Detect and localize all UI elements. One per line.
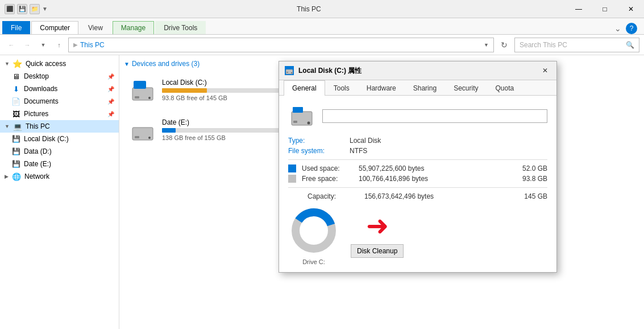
expand-arrow-network[interactable]: ▶ — [5, 174, 9, 179]
tab-view[interactable]: View — [80, 21, 111, 34]
local-disk-c-label: Local Disk (C:) — [24, 135, 114, 143]
dialog-tab-hardware[interactable]: Hardware — [358, 80, 405, 96]
used-size: 52.0 GB — [513, 164, 547, 172]
dialog-tab-general[interactable]: General — [284, 80, 325, 96]
pin-icon-pictures: 📌 — [107, 111, 114, 117]
search-placeholder: Search This PC — [520, 41, 567, 49]
svg-rect-14 — [288, 164, 296, 172]
quick-access-icon[interactable]: ⬛ — [5, 4, 15, 14]
sidebar-item-documents[interactable]: 📄 Documents 📌 — [0, 95, 119, 108]
dialog-tab-tools[interactable]: Tools — [325, 80, 358, 96]
dialog-close-button[interactable]: ✕ — [539, 65, 551, 76]
tab-file[interactable]: File — [2, 21, 30, 34]
close-button[interactable]: ✕ — [618, 0, 644, 18]
type-label: Type: — [288, 137, 345, 145]
section-expand-icon[interactable]: ▼ — [124, 61, 130, 67]
dropdown-arrow[interactable]: ▼ — [42, 6, 48, 12]
sidebar-item-quick-access[interactable]: ▼ ⭐ Quick access — [0, 57, 119, 70]
pictures-label: Pictures — [24, 110, 104, 118]
svg-rect-8 — [286, 72, 288, 73]
free-bytes: 100,766,416,896 bytes — [359, 175, 508, 183]
dialog-titlebar: Local Disk (C:) 属性 ✕ — [279, 61, 556, 80]
data-d-label: Data (D:) — [24, 147, 114, 155]
used-color-dot — [288, 164, 296, 172]
address-dropdown-arrow[interactable]: ▼ — [484, 42, 489, 48]
donut-wrapper: Drive C: — [288, 205, 339, 265]
this-pc-label: This PC — [26, 122, 114, 130]
quick-access-label: Quick access — [26, 60, 114, 68]
chart-area: Drive C: ➜ Disk Cleanup — [288, 205, 547, 265]
divider-1 — [288, 159, 547, 160]
sidebar-item-this-pc[interactable]: ▼ 💻 This PC — [0, 120, 119, 133]
svg-point-3 — [148, 97, 151, 99]
date-e-icon: 💾 — [11, 159, 20, 168]
sidebar-item-pictures[interactable]: 🖼 Pictures 📌 — [0, 108, 119, 120]
search-icon[interactable]: 🔍 — [626, 41, 634, 49]
ribbon: File Computer View Manage Drive Tools ⌄ … — [0, 18, 644, 35]
search-box[interactable]: Search This PC 🔍 — [514, 38, 639, 52]
help-icon[interactable]: ? — [626, 23, 637, 34]
section-title: Devices and drives (3) — [132, 60, 200, 68]
save-icon[interactable]: 💾 — [17, 4, 27, 14]
free-label: Free space: — [302, 175, 353, 183]
back-button[interactable]: ← — [5, 38, 18, 52]
disk-cleanup-button[interactable]: Disk Cleanup — [351, 244, 404, 258]
this-pc-icon: 💻 — [13, 122, 22, 131]
dialog-tab-security[interactable]: Security — [445, 80, 487, 96]
expand-arrow-this-pc[interactable]: ▼ — [5, 124, 10, 129]
up-button[interactable]: ↑ — [52, 38, 66, 52]
svg-rect-11 — [293, 107, 303, 113]
drive-e-bar-bg — [162, 128, 287, 133]
pin-icon-documents: 📌 — [107, 98, 114, 105]
content-area: ▼ Devices and drives (3) Local Disk (C:) — [119, 55, 644, 329]
svg-rect-12 — [293, 121, 297, 123]
folder-icon[interactable]: 📁 — [30, 4, 40, 14]
capacity-bytes: 156,673,642,496 bytes — [364, 192, 508, 200]
sidebar-item-date-e[interactable]: 💾 Date (E:) — [0, 158, 119, 170]
dropdown-recent-button[interactable]: ▼ — [36, 38, 50, 52]
address-input[interactable]: ▶ This PC ▼ — [68, 38, 494, 52]
sidebar-item-desktop[interactable]: 🖥 Desktop 📌 — [0, 70, 119, 83]
svg-rect-1 — [134, 81, 146, 89]
drive-e-bar-fill — [162, 128, 176, 133]
capacity-row: Capacity: 156,673,642,496 bytes 145 GB — [288, 192, 547, 200]
svg-point-18 — [302, 219, 325, 242]
type-row: Type: Local Disk — [288, 137, 547, 145]
tab-manage[interactable]: Manage — [113, 21, 154, 34]
sidebar-item-local-disk-c[interactable]: 💾 Local Disk (C:) — [0, 133, 119, 145]
title-bar-icons: ⬛ 💾 📁 ▼ — [0, 4, 52, 14]
sidebar-item-downloads[interactable]: ⬇ Downloads 📌 — [0, 83, 119, 95]
drive-label: Drive C: — [288, 258, 339, 265]
maximize-button[interactable]: □ — [592, 0, 618, 18]
dialog-tab-quota[interactable]: Quota — [487, 80, 522, 96]
pictures-icon: 🖼 — [11, 109, 20, 118]
sidebar-item-data-d[interactable]: 💾 Data (D:) — [0, 145, 119, 158]
used-label: Used space: — [302, 164, 353, 172]
ribbon-right: ⌄ ? — [614, 23, 642, 34]
tab-drive-tools[interactable]: Drive Tools — [155, 21, 206, 34]
capacity-label: Capacity: — [308, 192, 359, 200]
disk-name-input[interactable] — [322, 109, 547, 123]
svg-point-6 — [148, 137, 151, 139]
date-e-label: Date (E:) — [24, 160, 114, 168]
expand-arrow-quick-access[interactable]: ▼ — [5, 61, 10, 67]
drive-e-icon — [129, 116, 156, 143]
tab-computer[interactable]: Computer — [31, 21, 78, 34]
forward-button[interactable]: → — [20, 38, 34, 52]
used-space-row: Used space: 55,907,225,600 bytes 52.0 GB — [288, 164, 547, 172]
network-icon: 🌐 — [12, 172, 21, 181]
fs-value: NTFS — [350, 147, 367, 155]
refresh-button[interactable]: ↻ — [496, 37, 512, 53]
title-bar: ⬛ 💾 📁 ▼ This PC — □ ✕ — [0, 0, 644, 18]
dialog-tab-sharing[interactable]: Sharing — [405, 80, 445, 96]
window-title: This PC — [52, 5, 566, 13]
dialog-content: Type: Local Disk File system: NTFS Used … — [279, 96, 556, 272]
sidebar: ▼ ⭐ Quick access 🖥 Desktop 📌 ⬇ Downloads… — [0, 55, 119, 329]
fs-row: File system: NTFS — [288, 147, 547, 155]
ribbon-expand-icon[interactable]: ⌄ — [614, 24, 621, 33]
sidebar-item-network[interactable]: ▶ 🌐 Network — [0, 170, 119, 183]
used-bytes: 55,907,225,600 bytes — [359, 164, 508, 172]
minimize-button[interactable]: — — [566, 0, 592, 18]
free-space-row: Free space: 100,766,416,896 bytes 93.8 G… — [288, 175, 547, 183]
svg-rect-15 — [288, 175, 296, 183]
